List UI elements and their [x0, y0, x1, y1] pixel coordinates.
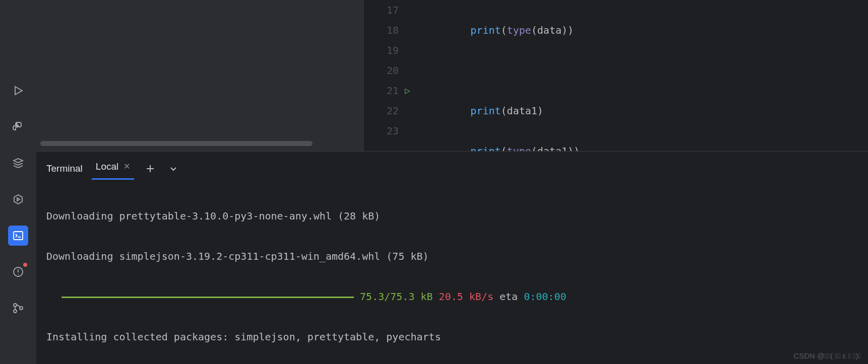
run-icon[interactable]	[8, 81, 28, 101]
python-console-icon[interactable]	[8, 117, 28, 137]
terminal-progress-line: 75.3/75.3 kB 20.5 kB/s eta 0:00:00	[46, 286, 858, 307]
terminal-icon[interactable]	[8, 226, 28, 246]
run-gutter: ▷	[405, 0, 422, 151]
horizontal-scrollbar[interactable]	[40, 141, 313, 146]
line-number: 22	[363, 101, 399, 121]
services-icon[interactable]	[8, 189, 28, 209]
vcs-icon[interactable]	[8, 298, 28, 318]
line-number: 19	[363, 40, 399, 60]
terminal-line: Downloading prettytable-3.10.0-py3-none-…	[46, 206, 858, 226]
activity-bar	[0, 0, 36, 364]
svg-rect-1	[14, 232, 23, 240]
line-number: 23	[363, 121, 399, 141]
tool-window-left	[36, 0, 363, 151]
run-line-icon[interactable]: ▷	[405, 81, 422, 101]
terminal-title: Terminal	[46, 163, 83, 174]
terminal-tab-local[interactable]: Local ✕	[92, 158, 134, 180]
line-number: 20	[363, 60, 399, 81]
line-number: 21	[363, 81, 399, 101]
terminal-line: Downloading simplejson-3.19.2-cp311-cp31…	[46, 246, 858, 266]
svg-point-4	[14, 310, 17, 313]
progress-bar	[61, 297, 354, 298]
terminal-tabbar: Terminal Local ✕	[36, 152, 868, 179]
line-gutter: 17 18 19 20 21 22 23	[363, 0, 405, 151]
problems-icon[interactable]	[8, 262, 28, 282]
line-number: 17	[363, 0, 399, 20]
svg-point-3	[14, 304, 17, 307]
terminal-line: Installing collected packages: simplejso…	[46, 327, 858, 347]
svg-point-5	[20, 307, 23, 310]
watermark: CSDN @阿⃝( ⃝⃝ ε ⃝ ⃝)⃝	[793, 351, 861, 360]
svg-point-0	[16, 123, 17, 124]
code-content[interactable]: print(type(data)) print(data1) print(typ…	[422, 0, 868, 151]
problems-badge	[23, 263, 27, 267]
code-editor[interactable]: 17 18 19 20 21 22 23 ▷ print(type(data))…	[363, 0, 868, 151]
terminal-output[interactable]: Downloading prettytable-3.10.0-py3-none-…	[36, 179, 868, 364]
terminal-dropdown-icon[interactable]	[166, 162, 180, 176]
packages-icon[interactable]	[8, 153, 28, 173]
close-tab-icon[interactable]: ✕	[123, 162, 130, 171]
line-number: 18	[363, 20, 399, 40]
new-terminal-icon[interactable]	[143, 162, 157, 176]
terminal-panel: Terminal Local ✕ Downloading prettytable…	[36, 151, 868, 364]
